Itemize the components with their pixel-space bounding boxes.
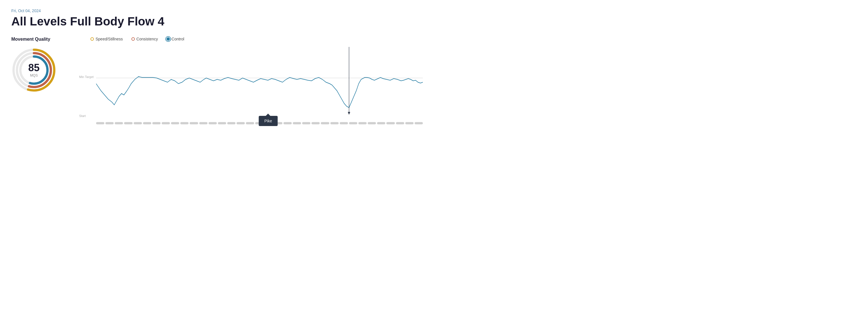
timeline-segment xyxy=(302,122,310,124)
timeline-segment xyxy=(227,122,236,124)
timeline-segment xyxy=(180,122,188,124)
date-label: Fri, Oct 04, 2024 xyxy=(11,8,423,13)
timeline-segment xyxy=(321,122,329,124)
svg-marker-8 xyxy=(348,112,350,115)
timeline-segment xyxy=(349,122,357,124)
timeline-segment xyxy=(134,122,142,124)
timeline-segment xyxy=(162,122,170,124)
min-target-label: Min Target xyxy=(79,75,94,79)
legend-label-control: Control xyxy=(172,37,184,41)
page-title: All Levels Full Body Flow 4 xyxy=(11,15,423,28)
timeline-segment xyxy=(331,122,339,124)
timeline-segment xyxy=(218,122,226,124)
chart-tooltip: Pike xyxy=(259,116,278,126)
legend-label-speed: Speed/Stillness xyxy=(96,37,123,41)
legend-dot-consistency xyxy=(131,37,135,41)
timeline-segment xyxy=(368,122,376,124)
timeline-segment xyxy=(105,122,114,124)
gauge-unit: MQS xyxy=(28,73,39,78)
timeline-segment xyxy=(311,122,320,124)
timeline-segment xyxy=(415,122,423,124)
tooltip-label: Pike xyxy=(264,119,272,123)
gauge-value: 85 xyxy=(28,63,39,73)
gauge-container: 85 MQS xyxy=(11,48,57,93)
legend-consistency: Consistency xyxy=(131,37,158,41)
legend-dot-speed xyxy=(90,37,94,41)
legend-control: Control xyxy=(166,37,184,41)
chart-legend: Speed/Stillness Consistency Control xyxy=(90,37,423,41)
timeline-segment xyxy=(340,122,348,124)
chart-area: Min Target xyxy=(79,47,423,126)
timeline-segment xyxy=(199,122,208,124)
timeline-segment xyxy=(152,122,160,124)
legend-speed: Speed/Stillness xyxy=(90,37,123,41)
timeline-segment xyxy=(124,122,132,124)
chart-svg xyxy=(96,47,423,118)
timeline-segment xyxy=(115,122,123,124)
legend-dot-control xyxy=(166,37,170,41)
timeline-segment xyxy=(190,122,198,124)
start-label: Start xyxy=(79,114,86,118)
timeline-segment xyxy=(96,122,104,124)
timeline-segment xyxy=(209,122,217,124)
timeline-segment xyxy=(377,122,385,124)
legend-label-consistency: Consistency xyxy=(136,37,158,41)
section-label: Movement Quality xyxy=(11,37,50,42)
tooltip-arrow xyxy=(266,114,271,116)
timeline-segment xyxy=(143,122,151,124)
timeline-segment xyxy=(396,122,404,124)
timeline-segment xyxy=(359,122,367,124)
timeline-segment xyxy=(283,122,292,124)
timeline-segment xyxy=(405,122,413,124)
timeline-segment xyxy=(293,122,301,124)
timeline-segment xyxy=(237,122,245,124)
timeline-segment xyxy=(246,122,254,124)
timeline-segment xyxy=(386,122,395,124)
timeline-segment xyxy=(171,122,179,124)
